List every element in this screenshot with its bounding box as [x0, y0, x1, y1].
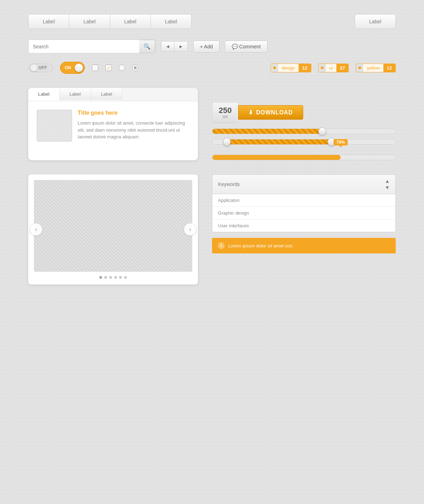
slider-1-fill	[212, 129, 322, 134]
gallery-dot-6[interactable]	[124, 276, 127, 279]
controls-widget: 250 MB ⬇ DOWNLOAD 70%	[212, 88, 396, 160]
add-button[interactable]: + Add	[193, 41, 219, 53]
card-tab-2[interactable]: Label	[60, 88, 91, 101]
dropdown-item-3[interactable]: User interfaces	[212, 220, 395, 232]
dropdown-header-label: Keywords	[218, 181, 240, 187]
search-input[interactable]	[33, 44, 136, 49]
radio-checked[interactable]	[132, 65, 139, 71]
card-tab-3[interactable]: Label	[91, 88, 123, 101]
prev-arrow[interactable]: ◀	[161, 42, 175, 51]
gallery-dot-1[interactable]	[99, 276, 102, 279]
toggle-on-label: ON	[65, 65, 73, 70]
slider-1-knob[interactable]	[318, 127, 326, 135]
tag-count-ui: 27	[336, 64, 348, 72]
toggle-off[interactable]: OFF	[28, 64, 53, 72]
progress-fill	[212, 155, 341, 160]
toggle-on[interactable]: ON	[60, 62, 85, 74]
tag-count-yellow: 12	[383, 64, 395, 72]
tag-ui[interactable]: ui 27	[318, 64, 349, 72]
progress-bar-container: 70%	[212, 150, 396, 160]
download-size-unit: MB	[219, 115, 232, 119]
gallery-dot-5[interactable]	[119, 276, 122, 279]
card-body: Lorem ipsum dolor sit amet, consecte tue…	[78, 120, 189, 140]
card-image	[37, 110, 72, 142]
dropdown-widget: Keywords ▲ ▼ Applicaton Graphic design U…	[212, 174, 396, 284]
checkbox-checked[interactable]: ✓	[105, 65, 112, 71]
progress-tooltip: 70%	[334, 139, 348, 145]
content-section: Label Label Label Title goes here Lorem …	[28, 88, 396, 160]
tag-dot-ui	[321, 66, 324, 69]
toggle-knob	[75, 64, 83, 72]
card-title: Title goes here	[78, 110, 189, 116]
search-icon: 🔍	[143, 43, 151, 49]
tag-label-design: design	[278, 64, 299, 72]
gallery-dots	[34, 276, 192, 279]
tab-single[interactable]: Label	[355, 14, 396, 29]
download-size: 250 MB	[212, 102, 238, 123]
chevron-up-icon: ▲	[385, 178, 390, 184]
search-button[interactable]: 🔍	[139, 40, 155, 53]
gallery-widget: ‹ ›	[28, 174, 198, 284]
tag-yellow[interactable]: yellow 12	[356, 64, 396, 72]
card-text: Title goes here Lorem ipsum dolor sit am…	[78, 110, 189, 142]
gallery-dot-2[interactable]	[104, 276, 107, 279]
tab-4[interactable]: Label	[151, 14, 191, 29]
tag-design[interactable]: design 12	[271, 64, 311, 72]
search-row: 🔍 ◀ ▶ + Add 💬 Comment	[28, 40, 396, 53]
info-icon: i	[218, 242, 225, 249]
gallery-image	[34, 180, 192, 272]
tag-count-design: 12	[299, 64, 311, 72]
card-content: Title goes here Lorem ipsum dolor sit am…	[28, 101, 198, 150]
slider-1[interactable]	[212, 128, 396, 134]
search-box[interactable]: 🔍	[28, 40, 155, 53]
tag-dot-yellow	[358, 66, 361, 69]
radio-unchecked[interactable]	[119, 65, 125, 71]
download-icon: ⬇	[248, 109, 253, 116]
dropdown-item-2[interactable]: Graphic design	[212, 207, 395, 220]
tab-3[interactable]: Label	[110, 14, 151, 29]
dropdown-list: Applicaton Graphic design User interface…	[212, 194, 396, 232]
card-tab-1[interactable]: Label	[28, 88, 60, 101]
gallery-dot-3[interactable]	[109, 276, 112, 279]
gallery-prev-button[interactable]: ‹	[30, 223, 42, 236]
gallery-next-button[interactable]: ›	[184, 223, 196, 236]
slider-range-fill	[227, 139, 331, 144]
nav-arrows: ◀ ▶	[161, 41, 188, 52]
card-widget: Label Label Label Title goes here Lorem …	[28, 88, 198, 160]
dropdown-item-1[interactable]: Applicaton	[212, 194, 395, 207]
tag-label-yellow: yellow	[363, 64, 383, 72]
slider-range[interactable]	[212, 139, 396, 145]
tab-group-main: Label Label Label Label	[28, 14, 192, 29]
tab-1[interactable]: Label	[29, 14, 69, 29]
comment-button[interactable]: 💬 Comment	[225, 41, 267, 53]
controls-row: OFF ON ✓ design 12 ui 27 yellow 12	[28, 62, 396, 74]
checkbox-unchecked[interactable]	[92, 65, 98, 71]
dropdown-header[interactable]: Keywords ▲ ▼	[212, 174, 396, 194]
download-row: 250 MB ⬇ DOWNLOAD	[212, 102, 396, 123]
tab-section: Label Label Label Label Label	[28, 14, 396, 29]
download-size-num: 250	[219, 106, 232, 115]
gallery-dot-4[interactable]	[114, 276, 117, 279]
notification-text: Lorem ipsum dolor sit amet con.	[228, 243, 294, 248]
slider-range-knob-left[interactable]	[223, 138, 231, 146]
slider-container: 70%	[212, 128, 396, 160]
chevron-down-icon: ▼	[385, 185, 390, 190]
tag-dot-design	[273, 66, 276, 69]
next-arrow[interactable]: ▶	[175, 42, 187, 51]
tab-2[interactable]: Label	[69, 14, 110, 29]
dropdown-arrows: ▲ ▼	[385, 178, 390, 190]
download-button[interactable]: ⬇ DOWNLOAD	[238, 105, 303, 120]
tag-label-ui: ui	[326, 64, 336, 72]
progress-track[interactable]	[212, 155, 396, 160]
notification-banner: i Lorem ipsum dolor sit amet con.	[212, 238, 396, 253]
bottom-section: ‹ › Keywords ▲ ▼ Applicaton Graphic desi…	[28, 174, 396, 284]
toggle-off-label: OFF	[39, 65, 47, 70]
download-label: DOWNLOAD	[256, 109, 293, 116]
card-tabs: Label Label Label	[28, 88, 198, 101]
